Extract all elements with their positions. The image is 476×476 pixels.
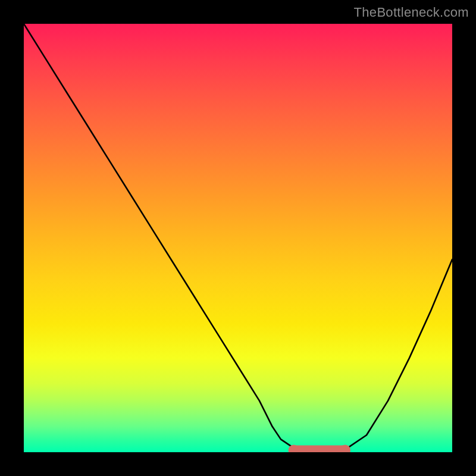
bottleneck-curve [24, 24, 452, 452]
curve-line [24, 24, 452, 452]
plot-area [24, 24, 452, 452]
attribution-label: TheBottleneck.com [354, 5, 469, 20]
chart-frame: TheBottleneck.com [0, 0, 476, 476]
